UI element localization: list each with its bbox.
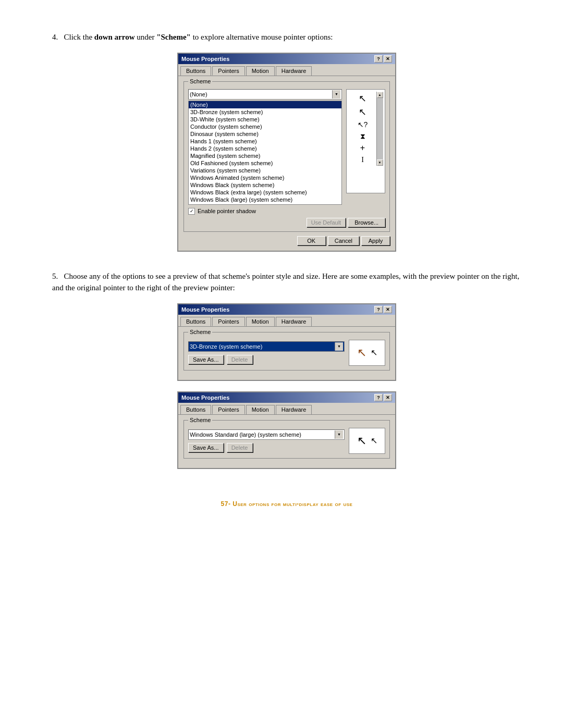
cursor-crosshair-icon: + [360,144,365,152]
dialog2-scheme-label: Scheme [188,329,212,335]
ok-button[interactable]: OK [297,236,326,245]
dialog3-help-button[interactable]: ? [374,394,383,401]
cursor-help-icon: ↖? [358,121,368,128]
dialog1-titlebar: Mouse Properties ? ✕ [178,54,395,64]
pointer-shadow-checkbox-row: ✓ Enable pointer shadow [188,208,385,215]
dropdown-item-11[interactable]: Windows Black (system scheme) [189,181,341,189]
dialog3-scheme-label: Scheme [188,417,212,423]
dialog2-tab-buttons[interactable]: Buttons [180,317,211,326]
help-button[interactable]: ? [374,55,383,63]
dialog3-dropdown-arrow[interactable]: ▼ [335,430,343,439]
step5-number: 5. [52,272,58,280]
dialog3-save-as-button[interactable]: Save As... [188,443,224,452]
dialog1-tabs: Buttons Pointers Motion Hardware [178,64,395,76]
apply-button[interactable]: Apply [361,236,390,245]
dialog1-title: Mouse Properties [181,56,229,62]
footer-text: 57- User options for multi-display ease … [221,500,353,508]
dialog3-tab-motion[interactable]: Motion [246,405,275,414]
dropdown-item-1[interactable]: 3D-Bronze (system scheme) [189,108,341,116]
dialog3-title: Mouse Properties [181,394,229,401]
dialog2-scheme-combobox[interactable]: 3D-Bronze (system scheme) ▼ [188,341,345,352]
cancel-button[interactable]: Cancel [328,236,359,245]
dialog2-title: Mouse Properties [181,306,229,313]
dialog3-scheme-buttons: Save As... Delete [188,443,345,452]
dropdown-item-2[interactable]: 3D-White (system scheme) [189,116,341,123]
close-button[interactable]: ✕ [384,55,392,63]
dialog2-cursor-large-icon: ↖ [357,346,366,360]
dialog3-titlebar-buttons: ? ✕ [374,394,392,401]
scroll-up-btn[interactable]: ▲ [377,92,383,98]
dialog2-close-button[interactable]: ✕ [384,306,392,313]
dialog2-scheme-group: Scheme 3D-Bronze (system scheme) ▼ Save … [183,332,390,371]
tab-pointers[interactable]: Pointers [212,66,244,76]
step4-bold1: down arrow [94,33,135,41]
step5-text: 5. Choose any of the options to see a pr… [52,270,521,294]
scheme-dropdown-arrow[interactable]: ▼ [332,90,340,98]
dialog3-tabs: Buttons Pointers Motion Hardware [178,403,395,415]
scheme-combobox[interactable]: (None) ▼ [188,89,342,100]
dialog3: Mouse Properties ? ✕ Buttons Pointers Mo… [177,391,396,469]
dropdown-item-8[interactable]: Old Fashioned (system scheme) [189,159,341,167]
dialog2-tabs: Buttons Pointers Motion Hardware [178,315,395,327]
scheme-section: (None) ▼ (None) 3D-Bronze (system scheme… [188,89,342,205]
dialog3-scheme-combobox[interactable]: Windows Standard (large) (system scheme)… [188,429,345,440]
dialog2-titlebar-buttons: ? ✕ [374,306,392,313]
dropdown-item-7[interactable]: Magnified (system scheme) [189,152,341,159]
dropdown-item-10[interactable]: Windows Animated (system scheme) [189,174,341,181]
dropdown-item-9[interactable]: Variations (system scheme) [189,167,341,174]
scroll-bar[interactable]: ▲ ▼ [376,92,383,166]
dialog2-save-as-button[interactable]: Save As... [188,355,224,364]
dialog2-scheme-section: 3D-Bronze (system scheme) ▼ Save As... D… [188,341,345,364]
cursor-wait-icon: ⧗ [360,132,365,140]
tab-buttons[interactable]: Buttons [180,66,211,76]
pointer-shadow-checkbox[interactable]: ✓ [188,208,195,215]
dialog2-help-button[interactable]: ? [374,306,383,313]
dropdown-item-12[interactable]: Windows Black (extra large) (system sche… [189,189,341,196]
dialog3-tab-pointers[interactable]: Pointers [212,405,244,414]
dialog3-titlebar: Mouse Properties ? ✕ [178,392,395,403]
scheme-dropdown-list[interactable]: (None) 3D-Bronze (system scheme) 3D-Whit… [188,101,342,205]
dialog2-dropdown-arrow[interactable]: ▼ [335,342,343,351]
browse-button[interactable]: Browse... [348,218,385,227]
dialog3-scheme-section: Windows Standard (large) (system scheme)… [188,429,345,452]
scroll-track [377,98,383,159]
dropdown-item-6[interactable]: Hands 2 (system scheme) [189,145,341,152]
dialog3-cursor-small-icon: ↖ [371,436,377,446]
dialog3-close-button[interactable]: ✕ [384,394,392,401]
dialog2-tab-hardware[interactable]: Hardware [276,317,312,326]
step4-text: 4. Click the down arrow under "Scheme" t… [52,31,521,43]
dropdown-item-3[interactable]: Conductor (system scheme) [189,123,341,130]
dropdown-item-14[interactable]: Windows Default (system scheme) [189,203,341,205]
step5-body: Choose any of the options to see a previ… [52,272,519,292]
pointer-shadow-label: Enable pointer shadow [198,208,256,214]
dropdown-item-13[interactable]: Windows Black (large) (system scheme) [189,196,341,203]
dropdown-item-none[interactable]: (None) [189,101,341,108]
step5-dialogs: Mouse Properties ? ✕ Buttons Pointers Mo… [52,303,521,469]
dialog2-tab-motion[interactable]: Motion [246,317,275,326]
dialog2-preview: ↖ ↖ [349,340,385,366]
use-default-button: Use Default [307,218,346,227]
dropdown-item-4[interactable]: Dinosaur (system scheme) [189,130,341,138]
dialog3-tab-buttons[interactable]: Buttons [180,405,211,414]
dialog3-body: Scheme Windows Standard (large) (system … [178,415,395,468]
tab-motion[interactable]: Motion [246,66,275,76]
dialog3-delete-button: Delete [227,443,253,452]
step-4: 4. Click the down arrow under "Scheme" t… [52,31,521,252]
cursor-arrow-icon: ↖ [359,94,366,103]
step-5: 5. Choose any of the options to see a pr… [52,270,521,469]
dialog3-preview: ↖ ↖ [349,428,385,454]
dialog3-scheme-group: Scheme Windows Standard (large) (system … [183,420,390,459]
dropdown-item-5[interactable]: Hands 1 (system scheme) [189,138,341,145]
tab-hardware[interactable]: Hardware [276,66,312,76]
dialog1-bottom-buttons: OK Cancel Apply [183,236,390,245]
scroll-down-btn[interactable]: ▼ [377,159,383,166]
dialog3-tab-hardware[interactable]: Hardware [276,405,312,414]
dialog1-body: Scheme (None) ▼ (None) 3D [178,76,395,251]
dialog2-scheme-buttons: Save As... Delete [188,355,345,364]
scheme-group: Scheme (None) ▼ (None) 3D [183,81,390,232]
dialog2-titlebar: Mouse Properties ? ✕ [178,304,395,315]
pointer-icons-panel: ↖ ↖ ↖? ⧗ + I ▲ [346,89,385,205]
dialog1-wrapper: Mouse Properties ? ✕ Buttons Pointers Mo… [52,53,521,252]
dialog2-delete-button: Delete [227,355,253,364]
dialog2-tab-pointers[interactable]: Pointers [212,317,244,326]
